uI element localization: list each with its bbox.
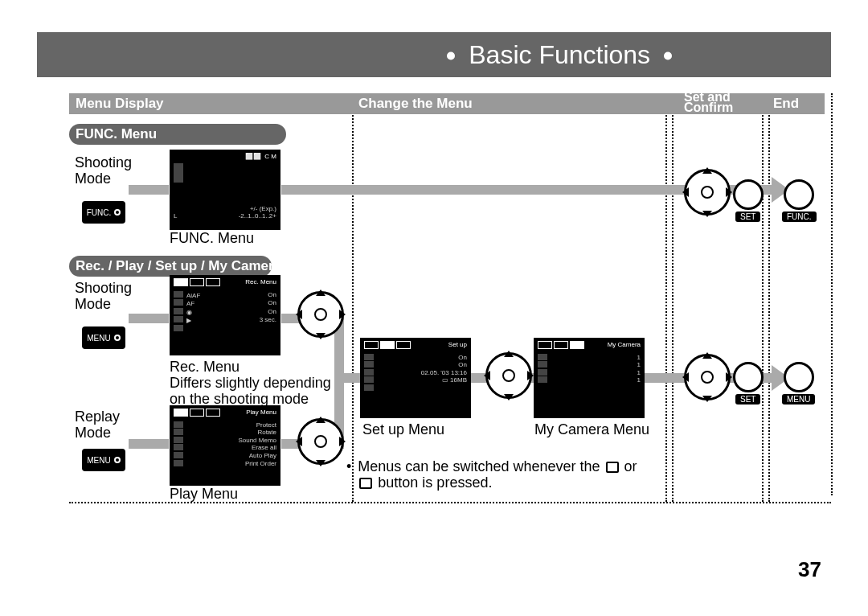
menu-button-label: MENU [782,394,815,405]
menu-button-icon: MENU [82,326,125,349]
dpad-icon [297,291,344,338]
bullet-icon: • [346,458,351,474]
lcd-rec-menu: Rec. Menu AiAFOn AFOn ◉On ▶3 sec. [170,275,280,355]
caption-func-menu: FUNC. Menu [170,230,254,247]
mode-shooting-label: Shooting Mode [75,280,132,312]
bullet-icon [664,52,672,60]
dotted-divider [69,502,831,503]
flow-arrow [129,314,169,323]
page-number: 37 [798,557,821,582]
info-note: • Menus can be switched whenever the or … [346,458,645,491]
dpad-icon [684,354,731,400]
section-title-bar: Basic Functions [37,32,831,77]
zoom-out-icon [606,462,619,473]
mode-replay-label: Replay Mode [75,409,120,441]
caption-rec-menu: Rec. Menu Differs slightly depending on … [170,359,354,407]
lcd-mycamera-menu: My Camera 1 1 1 1 [534,338,645,418]
zoom-in-icon [359,478,372,489]
lcd-play-menu: Play Menu Protect Rotate Sound Memo Eras… [170,405,280,486]
caption-mycamera: My Camera Menu [534,421,649,438]
flow-arrow [334,373,360,383]
column-change: Change the Menu [358,96,473,112]
separator-dotted [672,93,674,502]
lcd-func-menu: ⬜⬜ C M +/- (Exp.) L-2..1..0..1..2+ [170,150,280,230]
flow-arrow [129,185,169,195]
caption-play-menu: Play Menu [170,486,238,503]
column-set-confirm: Set and Confirm [684,92,733,113]
func-button-icon: FUNC. [82,201,125,224]
lcd-setup-menu: Set up On On 02.05. '03 13:16 ▭ 16MB [360,338,471,418]
menu-button-icon [784,362,814,392]
dpad-icon [297,418,344,465]
dpad-icon [485,352,532,399]
page-title-text: Basic Functions [469,40,650,69]
columns-header: Menu Display Change the Menu Set and Con… [69,93,831,114]
page-title: Basic Functions [440,40,678,70]
separator-dotted [831,93,833,495]
separator-dotted [352,93,354,502]
section-func-menu: FUNC. Menu [69,124,286,145]
separator-dotted [768,93,770,502]
bullet-icon [447,52,455,60]
set-button-label: SET [735,211,760,222]
caption-setup-menu: Set up Menu [362,421,444,438]
column-menu-display: Menu Display [76,96,164,112]
set-button-icon [733,362,764,392]
dpad-icon [684,169,731,216]
separator-dotted [762,93,764,502]
mode-shooting-label: Shooting Mode [75,154,132,187]
set-button-label: SET [735,394,760,405]
section-rec-play-setup: Rec. / Play / Set up / My Camera Menu [69,256,272,277]
column-end: End [773,96,799,112]
func-button-icon [784,179,814,210]
menu-button-icon: MENU [82,449,125,471]
set-button-icon [733,179,764,210]
separator-dotted [665,93,667,502]
func-button-label: FUNC. [782,211,817,222]
flow-arrow [129,439,169,449]
